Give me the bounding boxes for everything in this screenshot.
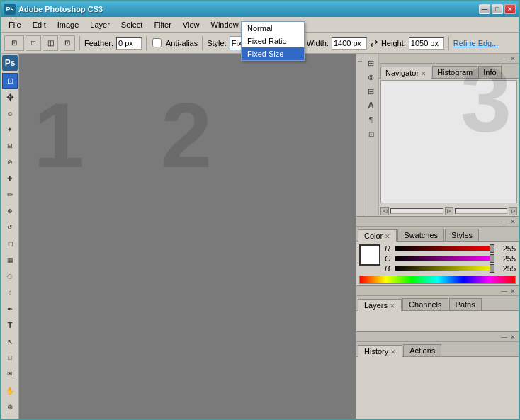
tab-swatches[interactable]: Swatches: [397, 229, 444, 241]
tab-styles[interactable]: Styles: [445, 229, 479, 241]
scroll-track2[interactable]: [455, 208, 508, 214]
close-button[interactable]: ✕: [504, 4, 516, 14]
app-title: Adobe Photoshop CS3: [18, 5, 103, 13]
magic-select-btn[interactable]: ⊗: [365, 71, 378, 84]
menu-view[interactable]: View: [177, 19, 205, 30]
option-fixed-size[interactable]: Fixed Size: [242, 47, 304, 60]
brush-tool[interactable]: ✏: [2, 187, 18, 203]
toolbar-btn1[interactable]: □: [26, 35, 41, 51]
tab-history[interactable]: History ✕: [358, 345, 402, 357]
transform-btn[interactable]: ⊟: [365, 85, 378, 98]
zoom-tool[interactable]: ⊕: [2, 399, 18, 414]
toolbar-btn3[interactable]: ⊡: [60, 35, 75, 51]
gradient-tool[interactable]: ▦: [2, 252, 18, 268]
scroll-right-btn[interactable]: ▷: [509, 207, 517, 215]
menu-layer[interactable]: Layer: [84, 19, 115, 30]
text-tool[interactable]: T: [2, 317, 18, 333]
hand-tool[interactable]: ✋: [2, 382, 18, 398]
b-slider-track[interactable]: [395, 266, 494, 271]
feather-input[interactable]: [116, 37, 142, 50]
menu-edit[interactable]: Edit: [27, 19, 52, 30]
eyedropper-tool[interactable]: ⊘: [2, 154, 18, 170]
divider2: [146, 36, 147, 50]
panel-close-btn[interactable]: ✕: [509, 55, 517, 62]
b-slider-thumb[interactable]: [490, 264, 494, 273]
scroll-left-btn[interactable]: ◁: [380, 207, 389, 215]
history-tab-close[interactable]: ✕: [390, 348, 396, 356]
color-controls-row: R 255 G 255: [359, 244, 516, 273]
history-brush-tool[interactable]: ↺: [2, 220, 18, 235]
healing-brush-tool[interactable]: ✚: [2, 171, 18, 186]
tab-channels[interactable]: Channels: [402, 298, 448, 310]
crop-tool[interactable]: ⊟: [2, 138, 18, 154]
path-selection-tool[interactable]: ↖: [2, 334, 18, 349]
arrange-btn[interactable]: ⊡: [365, 127, 378, 140]
color-swatch[interactable]: [359, 244, 380, 266]
tab-paths[interactable]: Paths: [449, 298, 482, 310]
scroll-mid-btn[interactable]: ▷: [445, 207, 453, 215]
menu-file[interactable]: File: [3, 19, 27, 30]
option-normal[interactable]: Normal: [242, 22, 304, 35]
dodge-tool[interactable]: ○: [2, 285, 18, 300]
tab-navigator[interactable]: Navigator ✕: [380, 67, 431, 79]
blur-tool[interactable]: ◌: [2, 268, 18, 284]
rectangular-marquee-tool[interactable]: ⊡: [2, 73, 18, 89]
clone-stamp-tool[interactable]: ⊕: [2, 203, 18, 219]
tab-color[interactable]: Color ✕: [358, 229, 397, 242]
color-panel-minimize[interactable]: —: [499, 218, 509, 225]
eraser-tool[interactable]: ◻: [2, 236, 18, 251]
option-fixed-ratio[interactable]: Fixed Ratio: [242, 35, 304, 47]
text-btn[interactable]: A: [365, 99, 378, 112]
marquee-tool-btn[interactable]: ⊡: [4, 35, 24, 51]
history-minimize[interactable]: —: [499, 334, 509, 341]
right-panels: ⊞ ⊗ ⊟ A ¶ ⊡ — ✕ Navigator ✕: [356, 54, 519, 419]
maximize-button[interactable]: □: [492, 4, 503, 14]
lasso-tool[interactable]: ⌾: [2, 106, 18, 121]
tab-info[interactable]: Info: [478, 66, 501, 78]
b-label: B: [385, 264, 392, 273]
toolbar-btn2[interactable]: ◫: [43, 35, 58, 51]
tab-actions[interactable]: Actions: [403, 344, 441, 356]
ps-logo: Ps: [2, 55, 18, 71]
refine-edge-label: Refine Edg...: [453, 39, 499, 47]
width-input[interactable]: [332, 37, 367, 50]
scroll-track[interactable]: [390, 208, 443, 214]
move-tool[interactable]: ✥: [2, 89, 18, 105]
color-tab-close[interactable]: ✕: [385, 233, 390, 240]
menu-window[interactable]: Window: [205, 19, 244, 30]
menu-image[interactable]: Image: [52, 19, 85, 30]
menu-filter[interactable]: Filter: [148, 19, 176, 30]
panel-minimize-btn[interactable]: —: [499, 55, 509, 62]
layers-tab-close[interactable]: ✕: [390, 302, 395, 310]
color-spectrum[interactable]: [359, 276, 516, 284]
grip-line: [358, 61, 362, 62]
layers-panel-group: — ✕ Layers ✕ Channels Paths: [356, 286, 519, 332]
notes-tool[interactable]: ✉: [2, 366, 18, 382]
history-close[interactable]: ✕: [509, 334, 517, 341]
tab-layers[interactable]: Layers ✕: [358, 299, 402, 311]
layers-close[interactable]: ✕: [509, 288, 517, 295]
color-panel-close[interactable]: ✕: [509, 218, 517, 225]
canvas-area[interactable]: 1 2: [19, 54, 356, 419]
pen-tool[interactable]: ✒: [2, 301, 18, 317]
panel-window-controls: — ✕: [379, 54, 519, 64]
magic-wand-tool[interactable]: ✦: [2, 122, 18, 137]
anti-alias-checkbox[interactable]: [152, 38, 162, 47]
menu-select[interactable]: Select: [115, 19, 149, 30]
b-value: 255: [497, 264, 516, 273]
tab-histogram[interactable]: Histogram: [432, 66, 477, 78]
g-slider-thumb[interactable]: [490, 254, 494, 263]
swap-dimensions-icon[interactable]: ⇄: [370, 38, 378, 49]
g-slider-track[interactable]: [395, 256, 494, 261]
minimize-button[interactable]: —: [479, 4, 490, 14]
shape-tool[interactable]: □: [2, 350, 18, 365]
layers-minimize[interactable]: —: [499, 288, 509, 295]
options-tool-btn[interactable]: ⊞: [365, 57, 378, 69]
layers-panel-controls: — ✕: [356, 286, 519, 296]
r-slider-track[interactable]: [395, 246, 494, 251]
tab-close-icon[interactable]: ✕: [421, 70, 426, 77]
r-slider-thumb[interactable]: [490, 244, 494, 253]
grip-line: [358, 59, 362, 59]
paragraph-btn[interactable]: ¶: [365, 113, 378, 126]
height-input[interactable]: [409, 37, 444, 50]
